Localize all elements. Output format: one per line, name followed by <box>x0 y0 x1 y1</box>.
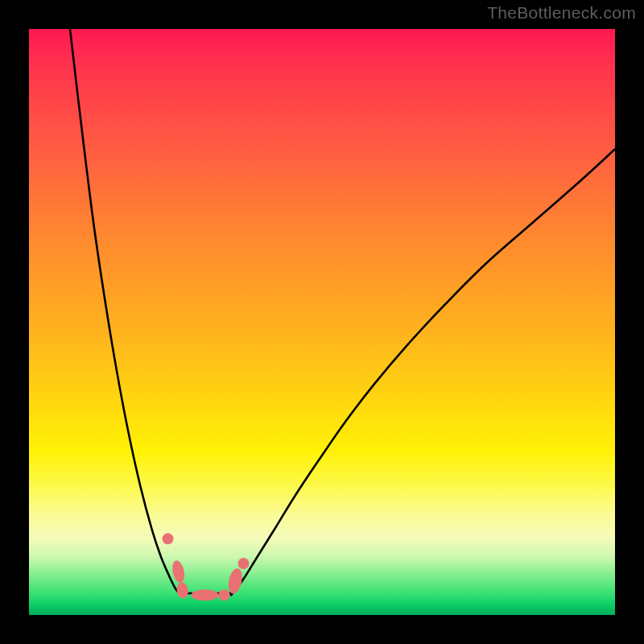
attribution-text: TheBottleneck.com <box>487 3 636 23</box>
curve-layer <box>29 29 615 615</box>
data-marker-0 <box>163 533 174 544</box>
curve-right-curve <box>231 149 615 595</box>
data-marker-2 <box>175 581 189 599</box>
data-marker-6 <box>237 558 249 569</box>
data-marker-1 <box>171 559 187 584</box>
data-marker-5 <box>226 567 244 595</box>
chart-frame: TheBottleneck.com <box>0 0 644 644</box>
data-marker-4 <box>218 589 229 601</box>
plot-area <box>29 29 615 615</box>
curve-left-curve <box>70 29 184 595</box>
curves-group <box>70 29 615 595</box>
markers-group <box>163 533 250 601</box>
data-marker-3 <box>191 589 218 601</box>
